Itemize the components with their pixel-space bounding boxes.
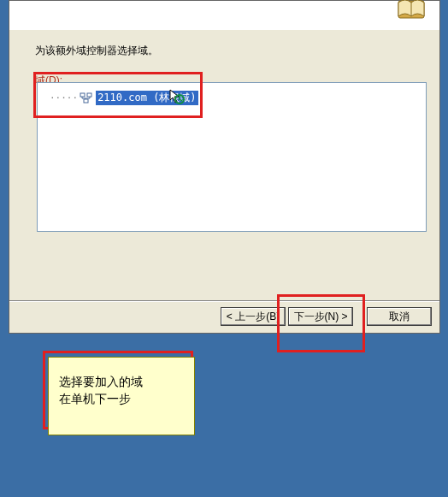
domain-tree-item-label: 2110.com (林根域) — [96, 91, 197, 105]
separator — [9, 300, 439, 302]
note-line-2: 在单机下一步 — [59, 390, 184, 407]
svg-rect-3 — [87, 93, 91, 97]
domain-tree-item[interactable]: ····· 2110.com (林根域) — [46, 88, 426, 108]
next-button[interactable]: 下一步(N) > — [288, 307, 353, 326]
svg-rect-4 — [84, 99, 88, 103]
svg-rect-2 — [80, 93, 85, 97]
domain-icon — [80, 92, 93, 104]
back-button[interactable]: < 上一步(B) — [221, 307, 286, 326]
dialog-header — [9, 1, 439, 30]
domain-tree[interactable]: ····· 2110.com (林根域) — [37, 82, 427, 232]
cancel-button[interactable]: 取消 — [367, 307, 432, 326]
book-icon — [395, 0, 429, 26]
desktop: 为该额外域控制器选择域。 域(D): ····· 2110.com (林根域) — [0, 0, 448, 497]
tree-connector: ····· — [50, 92, 78, 104]
note-line-1: 选择要加入的域 — [59, 373, 184, 390]
instruction-text: 为该额外域控制器选择域。 — [35, 44, 158, 58]
wizard-dialog: 为该额外域控制器选择域。 域(D): ····· 2110.com (林根域) — [9, 0, 440, 334]
annotation-note: 选择要加入的域 在单机下一步 — [48, 357, 195, 435]
